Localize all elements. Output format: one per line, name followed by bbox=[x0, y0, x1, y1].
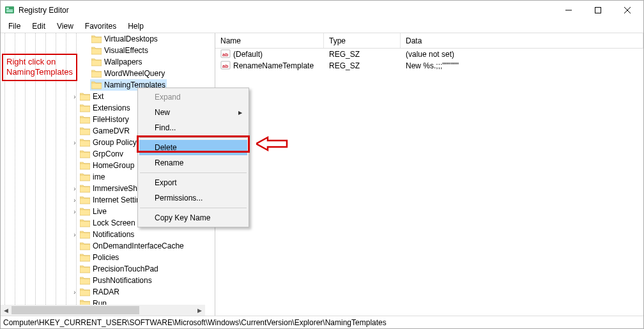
folder-icon bbox=[91, 46, 102, 55]
menu-item-find[interactable]: Find... bbox=[139, 120, 247, 135]
folder-icon bbox=[80, 126, 90, 135]
col-header-type[interactable]: Type bbox=[324, 33, 401, 48]
folder-icon bbox=[80, 230, 90, 239]
scroll-left-button[interactable]: ◀ bbox=[1, 305, 12, 316]
folder-icon bbox=[80, 161, 90, 170]
tree-item[interactable]: ›Notifications bbox=[1, 229, 215, 240]
folder-icon bbox=[80, 218, 90, 227]
menu-view[interactable]: View bbox=[52, 20, 79, 32]
col-header-name[interactable]: Name bbox=[215, 33, 324, 48]
string-value-icon: ab bbox=[220, 49, 231, 61]
list-header: Name Type Data bbox=[215, 33, 643, 49]
annotation-highlight-delete bbox=[137, 135, 250, 153]
folder-icon bbox=[91, 69, 102, 78]
folder-icon bbox=[80, 184, 90, 193]
menu-help[interactable]: Help bbox=[123, 20, 149, 32]
folder-icon bbox=[80, 92, 90, 101]
minimize-button[interactable] bbox=[554, 1, 583, 20]
statusbar-path: Computer\HKEY_CURRENT_USER\SOFTWARE\Micr… bbox=[3, 318, 387, 327]
tree-item-label: HomeGroup bbox=[93, 161, 134, 170]
menu-file[interactable]: File bbox=[3, 20, 26, 32]
value-name: RenameNameTemplate bbox=[233, 61, 314, 70]
list-row[interactable]: ab(Default)REG_SZ(value not set) bbox=[215, 49, 643, 60]
tree-item-label: WordWheelQuery bbox=[104, 69, 165, 78]
close-button[interactable] bbox=[613, 1, 642, 20]
client-area: VirtualDesktopsVisualEffectsWallpapersWo… bbox=[1, 33, 643, 316]
folder-icon bbox=[80, 241, 90, 250]
menu-item-new[interactable]: New bbox=[139, 105, 247, 120]
svg-rect-5 bbox=[595, 8, 601, 13]
chevron-right-icon[interactable]: › bbox=[71, 289, 79, 296]
menu-item-rename[interactable]: Rename bbox=[139, 155, 247, 171]
chevron-right-icon[interactable]: › bbox=[71, 185, 79, 192]
value-name: (Default) bbox=[233, 50, 263, 59]
tree-item-label: Notifications bbox=[93, 230, 134, 239]
menu-item-copy-key-name[interactable]: Copy Key Name bbox=[139, 210, 247, 226]
svg-text:ab: ab bbox=[222, 52, 228, 57]
annotation-instruction: Right click on NamingTemplates bbox=[2, 54, 77, 81]
folder-icon bbox=[80, 172, 90, 181]
tree-item-label: Wallpapers bbox=[104, 57, 142, 66]
annotation-arrow bbox=[256, 135, 288, 154]
tree-scroll-h[interactable]: ◀ ▶ bbox=[1, 305, 205, 316]
value-type: REG_SZ bbox=[324, 61, 401, 70]
tree-item-label: Live bbox=[93, 207, 107, 216]
chevron-right-icon[interactable]: › bbox=[71, 139, 79, 146]
scroll-right-button[interactable]: ▶ bbox=[194, 305, 205, 316]
value-data: (value not set) bbox=[401, 50, 643, 59]
chevron-right-icon[interactable]: › bbox=[71, 93, 79, 100]
tree-item-label: FileHistory bbox=[93, 115, 129, 124]
tree-item[interactable]: Policies bbox=[1, 252, 215, 263]
svg-rect-1 bbox=[6, 8, 9, 9]
tree-item[interactable]: PrecisionTouchPad bbox=[1, 263, 215, 275]
list-row[interactable]: abRenameNameTemplateREG_SZNew %s.;;;""""… bbox=[215, 60, 643, 72]
menu-edit[interactable]: Edit bbox=[27, 20, 50, 32]
folder-icon bbox=[80, 276, 90, 285]
value-type: REG_SZ bbox=[324, 50, 401, 59]
tree-item-label: ime bbox=[93, 172, 105, 181]
menu-item-expand: Expand bbox=[139, 89, 247, 105]
app-icon bbox=[4, 4, 15, 17]
scroll-thumb[interactable] bbox=[12, 306, 139, 314]
svg-marker-12 bbox=[256, 137, 287, 150]
col-header-data[interactable]: Data bbox=[401, 33, 643, 48]
svg-rect-2 bbox=[6, 10, 13, 11]
context-menu[interactable]: ExpandNewFind...DeleteRenameExportPermis… bbox=[137, 88, 249, 227]
tree-item-label: Ext bbox=[93, 92, 103, 101]
tree-item-label: PrecisionTouchPad bbox=[93, 264, 158, 273]
maximize-button[interactable] bbox=[583, 1, 613, 20]
menu-separator bbox=[140, 172, 247, 173]
tree-item[interactable]: OnDemandInterfaceCache bbox=[1, 240, 215, 252]
tree-item-label: GameDVR bbox=[93, 126, 130, 135]
menubar: File Edit View Favorites Help bbox=[1, 20, 643, 33]
tree-item[interactable]: VirtualDesktops bbox=[1, 33, 215, 45]
tree-item-label: VisualEffects bbox=[104, 46, 148, 55]
tree-item-label: OnDemandInterfaceCache bbox=[93, 241, 184, 250]
menu-item-permissions[interactable]: Permissions... bbox=[139, 190, 247, 206]
string-value-icon: ab bbox=[220, 60, 231, 72]
titlebar: Registry Editor bbox=[1, 1, 643, 20]
menu-favorites[interactable]: Favorites bbox=[80, 20, 121, 32]
list-body[interactable]: ab(Default)REG_SZ(value not set)abRename… bbox=[215, 49, 643, 316]
tree-item-label: Policies bbox=[93, 253, 119, 262]
tree-item-label: PushNotifications bbox=[93, 276, 152, 285]
folder-icon bbox=[91, 34, 102, 43]
tree-item-label: RADAR bbox=[93, 287, 119, 296]
folder-icon bbox=[91, 57, 102, 66]
scroll-track[interactable] bbox=[12, 305, 194, 316]
folder-icon bbox=[80, 149, 90, 158]
statusbar: Computer\HKEY_CURRENT_USER\SOFTWARE\Micr… bbox=[1, 316, 643, 328]
tree-item-label: Lock Screen bbox=[93, 218, 135, 227]
folder-icon bbox=[80, 264, 90, 273]
annotation-line2: NamingTemplates bbox=[6, 67, 73, 77]
tree-item-label: Extensions bbox=[93, 103, 130, 112]
chevron-right-icon[interactable]: › bbox=[71, 197, 79, 204]
tree-item[interactable]: ›RADAR bbox=[1, 286, 215, 298]
tree-item[interactable]: PushNotifications bbox=[1, 275, 215, 286]
svg-text:ab: ab bbox=[222, 63, 228, 69]
folder-icon bbox=[80, 207, 90, 216]
window-title: Registry Editor bbox=[19, 6, 69, 15]
chevron-right-icon[interactable]: › bbox=[71, 231, 79, 238]
menu-item-export[interactable]: Export bbox=[139, 175, 247, 190]
chevron-right-icon[interactable]: › bbox=[71, 208, 79, 215]
